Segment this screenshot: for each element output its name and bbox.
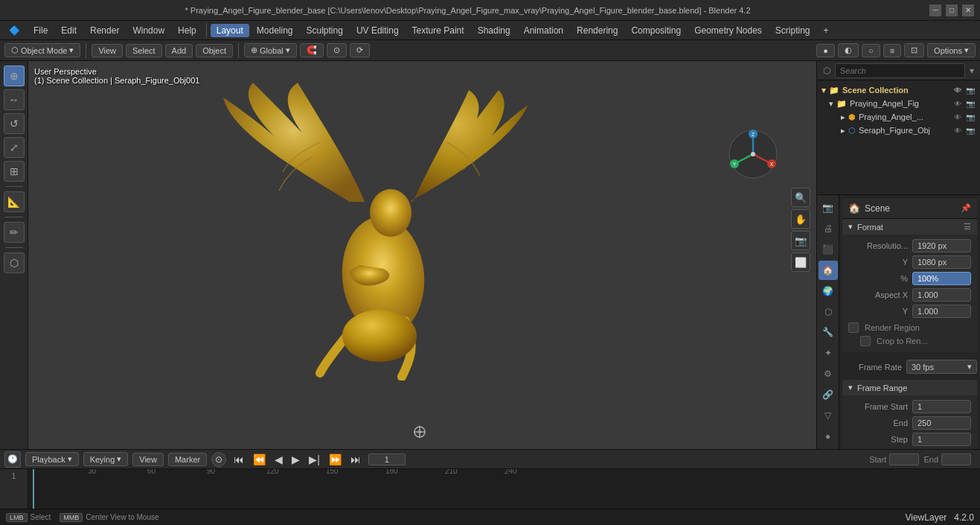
overlays-btn[interactable]: ≡ bbox=[883, 44, 901, 57]
jump-end-btn[interactable]: ⏭ bbox=[348, 452, 364, 467]
workspace-uv-editing[interactable]: UV Editing bbox=[350, 24, 405, 37]
prop-tab-modifier[interactable]: 🔧 bbox=[819, 323, 838, 343]
outliner-search[interactable] bbox=[835, 63, 965, 78]
prop-tab-world[interactable]: 🌍 bbox=[819, 281, 838, 301]
pan-btn[interactable]: ✋ bbox=[791, 209, 810, 229]
workspace-layout[interactable]: Layout bbox=[211, 24, 249, 37]
minimize-button[interactable]: ─ bbox=[929, 4, 941, 16]
collection-btn[interactable]: ⬜ bbox=[791, 252, 810, 272]
workspace-sculpting[interactable]: Sculpting bbox=[301, 24, 349, 37]
seraph-figure-item[interactable]: ▸ ⬡ Seraph_Figure_Obj 👁 📷 bbox=[817, 124, 980, 137]
step-back-btn[interactable]: ◀ bbox=[272, 452, 286, 467]
shading-mode-btn-material[interactable]: ◐ bbox=[838, 43, 859, 57]
add-menu[interactable]: Add bbox=[165, 44, 193, 57]
crop-checkbox[interactable] bbox=[860, 336, 871, 346]
menu-blender[interactable]: 🔷 bbox=[3, 24, 26, 37]
menu-edit[interactable]: Edit bbox=[55, 24, 83, 37]
frame-start-value[interactable]: 1 bbox=[912, 400, 971, 413]
viewport-3d[interactable]: User Perspective (1) Scene Collection | … bbox=[28, 61, 816, 449]
format-section-header[interactable]: ▾ Format ☰ bbox=[842, 219, 977, 235]
primitive-tool-btn[interactable]: ⬡ bbox=[4, 252, 25, 273]
start-frame-input[interactable]: 1 bbox=[889, 454, 919, 465]
scale-tool-btn[interactable]: ⤢ bbox=[4, 137, 25, 158]
render-region-checkbox[interactable] bbox=[848, 322, 859, 333]
praying-angel-collection-item[interactable]: ▾ 📁 Praying_Angel_Fig 👁 📷 bbox=[817, 97, 980, 110]
seraph-view-btn[interactable]: 👁 bbox=[952, 125, 963, 136]
workspace-rendering[interactable]: Rendering bbox=[571, 24, 624, 37]
menu-file[interactable]: File bbox=[28, 24, 54, 37]
end-frame-input[interactable]: 250 bbox=[941, 454, 971, 465]
play-btn[interactable]: ▶ bbox=[289, 452, 303, 467]
prop-tab-output[interactable]: 🖨 bbox=[819, 219, 838, 238]
timeline-track[interactable]: 30 60 90 120 150 180 210 240 bbox=[28, 469, 980, 509]
item-camera-btn[interactable]: 📷 bbox=[965, 98, 976, 109]
jump-start-btn[interactable]: ⏮ bbox=[231, 452, 247, 467]
scene-collection-item[interactable]: ▾ 📁 Scene Collection 👁 📷 bbox=[817, 83, 980, 97]
resolution-x-value[interactable]: 1920 px bbox=[912, 239, 971, 252]
collection-view-btn[interactable]: 👁 bbox=[952, 85, 963, 95]
prop-tab-render[interactable]: 📷 bbox=[819, 198, 838, 217]
prop-tab-view-layer[interactable]: ⬛ bbox=[819, 240, 838, 259]
move-tool-btn[interactable]: ↔ bbox=[4, 89, 25, 110]
annotate-tool-btn[interactable]: ✏ bbox=[4, 222, 25, 243]
seraph-camera-btn[interactable]: 📷 bbox=[965, 125, 976, 136]
menu-render[interactable]: Render bbox=[84, 24, 125, 37]
pivot-btn[interactable]: ⟳ bbox=[350, 43, 370, 57]
transform-selector[interactable]: ⊕ Global ▾ bbox=[244, 43, 297, 57]
frame-range-header[interactable]: ▾ Frame Range bbox=[842, 380, 977, 395]
aspect-x-value[interactable]: 1.000 bbox=[912, 288, 971, 302]
prop-tab-material[interactable]: ● bbox=[819, 427, 838, 446]
prop-tab-data[interactable]: ▽ bbox=[819, 406, 838, 425]
mesh-camera-btn[interactable]: 📷 bbox=[965, 112, 976, 122]
measure-tool-btn[interactable]: 📐 bbox=[4, 191, 25, 212]
frame-rate-select[interactable]: 30 fps ▾ bbox=[906, 360, 977, 374]
sync-btn[interactable]: ⊙ bbox=[211, 452, 226, 467]
camera-btn[interactable]: 📷 bbox=[791, 231, 810, 250]
format-options-icon[interactable]: ☰ bbox=[964, 222, 971, 232]
rotate-tool-btn[interactable]: ↺ bbox=[4, 113, 25, 134]
shading-mode-btn-render[interactable]: ○ bbox=[862, 44, 880, 57]
proportional-btn[interactable]: ⊙ bbox=[327, 43, 347, 57]
transform-tool-btn[interactable]: ⊞ bbox=[4, 161, 25, 182]
snap-btn[interactable]: 🧲 bbox=[300, 43, 324, 57]
prev-keyframe-btn[interactable]: ⏪ bbox=[250, 452, 269, 467]
viewport-gizmo[interactable]: Z X Y bbox=[727, 128, 779, 180]
timeline-mode-btn[interactable]: 🕐 bbox=[4, 451, 21, 468]
workspace-shading[interactable]: Shading bbox=[472, 24, 516, 37]
workspace-geometry-nodes[interactable]: Geometry Nodes bbox=[688, 24, 768, 37]
frame-end-value[interactable]: 250 bbox=[912, 416, 971, 430]
prop-tab-object[interactable]: ⬡ bbox=[819, 302, 838, 322]
filter-icon[interactable]: ▾ bbox=[970, 66, 974, 76]
pin-icon[interactable]: 📌 bbox=[961, 203, 971, 213]
prop-tab-constraints[interactable]: 🔗 bbox=[819, 385, 838, 404]
object-menu[interactable]: Object bbox=[196, 44, 233, 57]
marker-menu[interactable]: Marker bbox=[168, 453, 207, 466]
workspace-texture-paint[interactable]: Texture Paint bbox=[406, 24, 470, 37]
workspace-modeling[interactable]: Modeling bbox=[251, 24, 299, 37]
xray-btn[interactable]: ⊡ bbox=[904, 43, 924, 57]
workspace-animation[interactable]: Animation bbox=[518, 24, 569, 37]
current-frame-input[interactable]: 1 bbox=[368, 454, 406, 465]
menu-help[interactable]: Help bbox=[172, 24, 202, 37]
playback-menu[interactable]: Playback ▾ bbox=[25, 452, 79, 466]
collection-camera-btn[interactable]: 📷 bbox=[965, 85, 976, 95]
workspace-scripting[interactable]: Scripting bbox=[769, 24, 816, 37]
prop-tab-particles[interactable]: ✦ bbox=[819, 343, 838, 363]
frame-step-value[interactable]: 1 bbox=[912, 433, 971, 446]
view-menu[interactable]: View bbox=[92, 44, 123, 57]
resolution-y-value[interactable]: 1080 px bbox=[912, 255, 971, 269]
mode-selector[interactable]: ⬡ Object Mode ▾ bbox=[4, 43, 80, 57]
item-view-btn[interactable]: 👁 bbox=[952, 98, 963, 109]
resolution-pct-value[interactable]: 100% bbox=[912, 272, 971, 285]
close-button[interactable]: ✕ bbox=[962, 4, 974, 16]
options-btn[interactable]: Options ▾ bbox=[927, 43, 976, 57]
select-menu[interactable]: Select bbox=[126, 44, 162, 57]
keying-menu[interactable]: Keying ▾ bbox=[83, 452, 129, 466]
workspace-compositing[interactable]: Compositing bbox=[625, 24, 687, 37]
workspace-add[interactable]: + bbox=[818, 24, 835, 37]
mesh-view-btn[interactable]: 👁 bbox=[952, 112, 963, 122]
timeline-content[interactable]: 1 30 60 90 120 150 180 210 240 bbox=[0, 469, 980, 509]
timeline-view-menu[interactable]: View bbox=[132, 453, 164, 466]
next-keyframe-btn[interactable]: ⏩ bbox=[326, 452, 345, 467]
menu-window[interactable]: Window bbox=[126, 24, 170, 37]
